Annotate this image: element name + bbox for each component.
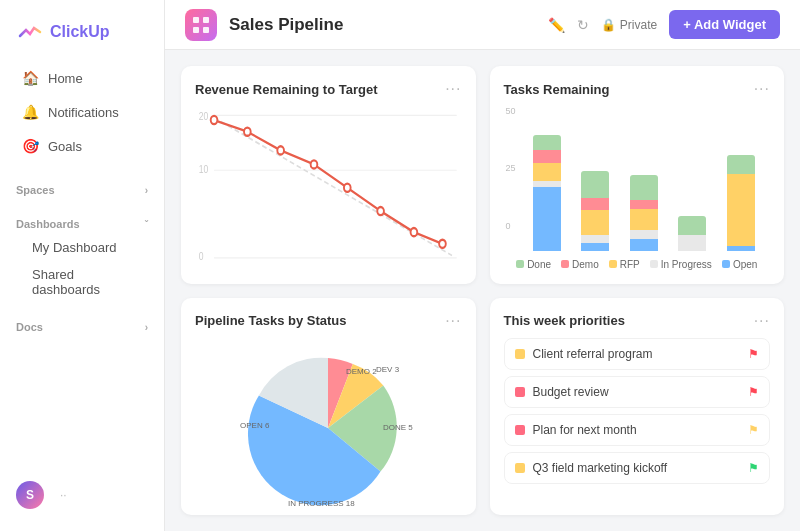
svg-point-15 bbox=[311, 160, 318, 168]
svg-rect-4 bbox=[203, 27, 209, 33]
sidebar-item-home[interactable]: 🏠 Home bbox=[6, 62, 158, 94]
priorities-card: This week priorities ··· Client referral… bbox=[490, 298, 785, 516]
svg-point-14 bbox=[277, 146, 284, 154]
priority-item-3[interactable]: Plan for next month ⚑ bbox=[504, 414, 771, 446]
user-menu-dots[interactable]: ·· bbox=[60, 488, 67, 502]
sidebar: ClickUp 🏠 Home 🔔 Notifications 🎯 Goals S… bbox=[0, 0, 165, 531]
bar-done bbox=[727, 155, 755, 174]
svg-text:0: 0 bbox=[199, 250, 204, 262]
shared-dashboards-label: Shared dashboards bbox=[32, 267, 142, 297]
legend-done-dot bbox=[516, 260, 524, 268]
revenue-chart: 20 10 0 bbox=[195, 106, 462, 270]
sidebar-item-home-label: Home bbox=[48, 71, 83, 86]
bar-demo bbox=[533, 150, 561, 163]
bar-stack-3 bbox=[630, 175, 658, 250]
legend-rfp: RFP bbox=[609, 259, 640, 270]
sidebar-item-shared-dashboards[interactable]: Shared dashboards bbox=[6, 261, 158, 303]
priorities-list: Client referral program ⚑ Budget review … bbox=[504, 338, 771, 502]
bar-group-4 bbox=[673, 106, 712, 251]
priority-item-4[interactable]: Q3 field marketing kickoff ⚑ bbox=[504, 452, 771, 484]
bar-stack-1 bbox=[533, 135, 561, 251]
priority-dot-4 bbox=[515, 463, 525, 473]
bar-stack-2 bbox=[581, 171, 609, 250]
svg-point-12 bbox=[211, 116, 218, 124]
priority-dot-1 bbox=[515, 349, 525, 359]
legend-open-label: Open bbox=[733, 259, 757, 270]
revenue-line-chart: 20 10 0 bbox=[195, 106, 462, 270]
topbar-actions: ✏️ ↻ 🔒 Private + Add Widget bbox=[548, 10, 780, 39]
legend-rfp-dot bbox=[609, 260, 617, 268]
legend-demo-label: Demo bbox=[572, 259, 599, 270]
docs-section[interactable]: Docs › bbox=[0, 309, 164, 337]
bar-group-2 bbox=[576, 106, 615, 251]
priority-flag-3: ⚑ bbox=[748, 423, 759, 437]
priority-label-4: Q3 field marketing kickoff bbox=[533, 461, 668, 475]
private-toggle[interactable]: 🔒 Private bbox=[601, 18, 657, 32]
bar-stack-4 bbox=[678, 216, 706, 251]
pie-label-open: OPEN 6 bbox=[240, 421, 270, 430]
legend-inprogress: In Progress bbox=[650, 259, 712, 270]
bar-done bbox=[678, 216, 706, 235]
svg-point-19 bbox=[439, 240, 446, 248]
pipeline-pie-chart: DEMO 2 DEV 3 DONE 5 IN PROGRESS 18 OPEN … bbox=[195, 338, 462, 516]
bar-y-axis: 50 25 0 bbox=[506, 106, 516, 231]
dashboards-section[interactable]: Dashboards ˇ bbox=[0, 206, 164, 234]
edit-icon[interactable]: ✏️ bbox=[548, 17, 565, 33]
svg-rect-2 bbox=[203, 17, 209, 23]
svg-text:10: 10 bbox=[199, 163, 209, 175]
bar-stack-5 bbox=[727, 155, 755, 250]
priority-dot-2 bbox=[515, 387, 525, 397]
pipeline-card-header: Pipeline Tasks by Status ··· bbox=[195, 312, 462, 330]
legend-done: Done bbox=[516, 259, 551, 270]
legend-demo-dot bbox=[561, 260, 569, 268]
spaces-section[interactable]: Spaces › bbox=[0, 172, 164, 200]
add-widget-button[interactable]: + Add Widget bbox=[669, 10, 780, 39]
sidebar-item-my-dashboard[interactable]: My Dashboard bbox=[6, 234, 158, 261]
sidebar-item-notifications[interactable]: 🔔 Notifications bbox=[6, 96, 158, 128]
legend-open-dot bbox=[722, 260, 730, 268]
bar-rfp bbox=[727, 174, 755, 246]
pipeline-card-title: Pipeline Tasks by Status bbox=[195, 313, 346, 328]
svg-point-18 bbox=[411, 228, 418, 236]
tasks-card-menu[interactable]: ··· bbox=[754, 80, 770, 98]
sidebar-item-goals[interactable]: 🎯 Goals bbox=[6, 130, 158, 162]
svg-text:20: 20 bbox=[199, 110, 209, 122]
pipeline-card-menu[interactable]: ··· bbox=[445, 312, 461, 330]
priority-item-1[interactable]: Client referral program ⚑ bbox=[504, 338, 771, 370]
legend-demo: Demo bbox=[561, 259, 599, 270]
docs-section-label: Docs bbox=[16, 321, 43, 333]
legend-done-label: Done bbox=[527, 259, 551, 270]
lock-icon: 🔒 bbox=[601, 18, 616, 32]
priorities-card-header: This week priorities ··· bbox=[504, 312, 771, 330]
sidebar-item-notifications-label: Notifications bbox=[48, 105, 119, 120]
pipeline-icon bbox=[185, 9, 217, 41]
priority-flag-4: ⚑ bbox=[748, 461, 759, 475]
bar-open bbox=[727, 246, 755, 251]
priority-item-2-left: Budget review bbox=[515, 385, 609, 399]
bar-open bbox=[533, 187, 561, 251]
pie-label-done: DONE 5 bbox=[383, 423, 413, 432]
pie-label-dev: DEV 3 bbox=[376, 365, 400, 374]
priority-dot-3 bbox=[515, 425, 525, 435]
pie-label-demo: DEMO 2 bbox=[346, 367, 377, 376]
bar-rfp bbox=[533, 163, 561, 181]
clickup-logo-icon bbox=[16, 18, 44, 46]
bar-done bbox=[533, 135, 561, 150]
bar-done bbox=[581, 171, 609, 198]
svg-point-17 bbox=[377, 207, 384, 215]
sidebar-nav: 🏠 Home 🔔 Notifications 🎯 Goals Spaces › … bbox=[0, 62, 164, 471]
bar-open bbox=[581, 243, 609, 251]
svg-point-13 bbox=[244, 128, 251, 136]
pie-svg: DEMO 2 DEV 3 DONE 5 IN PROGRESS 18 OPEN … bbox=[198, 338, 458, 516]
user-profile[interactable]: S ·· bbox=[0, 471, 164, 519]
refresh-icon[interactable]: ↻ bbox=[577, 17, 589, 33]
dashboards-section-label: Dashboards bbox=[16, 218, 80, 230]
priority-item-3-left: Plan for next month bbox=[515, 423, 637, 437]
priority-item-2[interactable]: Budget review ⚑ bbox=[504, 376, 771, 408]
dashboard-grid: Revenue Remaining to Target ··· 20 10 0 bbox=[165, 50, 800, 531]
revenue-card-menu[interactable]: ··· bbox=[445, 80, 461, 98]
bar-inprogress bbox=[678, 235, 706, 251]
priorities-card-menu[interactable]: ··· bbox=[754, 312, 770, 330]
bar-demo bbox=[581, 198, 609, 210]
priority-item-4-left: Q3 field marketing kickoff bbox=[515, 461, 668, 475]
